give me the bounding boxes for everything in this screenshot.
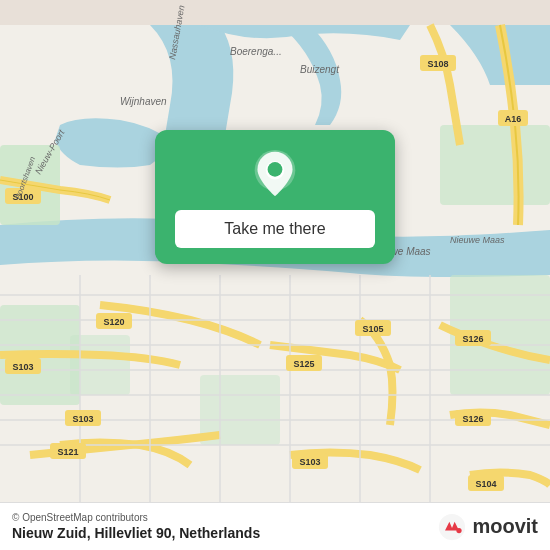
moovit-logo-icon [438, 513, 466, 541]
svg-text:S104: S104 [475, 479, 496, 489]
svg-text:S121: S121 [57, 447, 78, 457]
svg-text:S126: S126 [462, 334, 483, 344]
svg-text:S125: S125 [293, 359, 314, 369]
svg-text:Boerenga...: Boerenga... [230, 46, 282, 57]
location-name: Nieuw Zuid, Hillevliet 90, Netherlands [12, 525, 260, 541]
bottom-left-info: © OpenStreetMap contributors Nieuw Zuid,… [12, 512, 260, 541]
svg-text:S126: S126 [462, 414, 483, 424]
svg-point-58 [439, 513, 465, 539]
svg-text:S120: S120 [103, 317, 124, 327]
location-card: Take me there [155, 130, 395, 264]
svg-point-59 [457, 527, 462, 532]
svg-text:S103: S103 [299, 457, 320, 467]
moovit-logo: moovit [438, 513, 538, 541]
svg-text:Nieuwe Maas: Nieuwe Maas [450, 235, 505, 245]
svg-text:S105: S105 [362, 324, 383, 334]
bottom-bar: © OpenStreetMap contributors Nieuw Zuid,… [0, 502, 550, 550]
svg-text:S103: S103 [12, 362, 33, 372]
pin-icon [251, 150, 299, 198]
take-me-there-button[interactable]: Take me there [175, 210, 375, 248]
svg-text:S108: S108 [427, 59, 448, 69]
osm-credit: © OpenStreetMap contributors [12, 512, 260, 523]
svg-text:S103: S103 [72, 414, 93, 424]
map-background: S100 S108 A16 S103 S103 S120 S121 S125 S… [0, 0, 550, 550]
svg-text:Wijnhaven: Wijnhaven [120, 96, 167, 107]
svg-rect-5 [70, 335, 130, 395]
svg-text:Buizengt: Buizengt [300, 64, 340, 75]
svg-point-57 [268, 162, 283, 177]
map-container: S100 S108 A16 S103 S103 S120 S121 S125 S… [0, 0, 550, 550]
moovit-text: moovit [472, 515, 538, 538]
svg-text:A16: A16 [505, 114, 522, 124]
